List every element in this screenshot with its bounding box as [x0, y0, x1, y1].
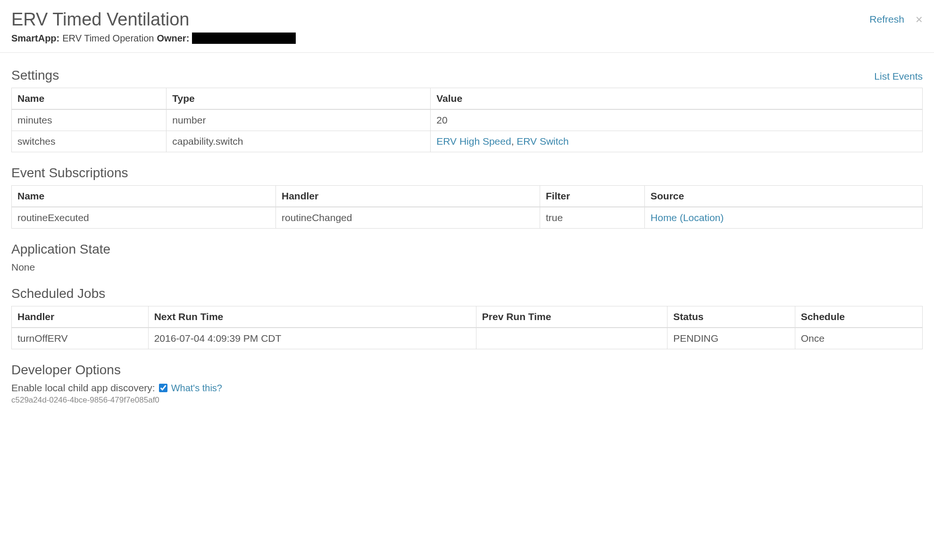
settings-heading: Settings — [11, 68, 59, 83]
switch-link[interactable]: ERV High Speed — [436, 136, 511, 147]
jobs-table: Handler Next Run Time Prev Run Time Stat… — [11, 306, 923, 349]
cell-name: minutes — [12, 109, 167, 131]
owner-label: Owner: — [157, 33, 189, 44]
col-next: Next Run Time — [148, 306, 476, 328]
page-header: ERV Timed Ventilation SmartApp: ERV Time… — [0, 0, 934, 53]
smartapp-label: SmartApp: — [11, 33, 59, 44]
table-header-row: Handler Next Run Time Prev Run Time Stat… — [12, 306, 923, 328]
subscriptions-heading: Event Subscriptions — [11, 165, 128, 181]
app-uuid: c529a24d-0246-4bce-9856-479f7e085af0 — [11, 395, 923, 405]
refresh-link[interactable]: Refresh — [869, 14, 904, 25]
cell-name: routineExecuted — [12, 207, 276, 229]
subscriptions-table: Name Handler Filter Source routineExecut… — [11, 185, 923, 229]
cell-name: switches — [12, 131, 167, 152]
col-type: Type — [167, 88, 431, 110]
list-events-link[interactable]: List Events — [874, 71, 923, 82]
col-value: Value — [431, 88, 923, 110]
jobs-heading: Scheduled Jobs — [11, 286, 105, 301]
col-schedule: Schedule — [795, 306, 922, 328]
cell-prev — [476, 328, 667, 349]
content: Settings List Events Name Type Value min… — [0, 53, 934, 419]
cell-schedule: Once — [795, 328, 922, 349]
header-meta: SmartApp: ERV Timed Operation Owner: — [11, 33, 296, 44]
col-source: Source — [645, 186, 923, 207]
col-name: Name — [12, 88, 167, 110]
cell-filter: true — [540, 207, 644, 229]
source-link[interactable]: Home (Location) — [650, 212, 724, 223]
cell-type: capability.switch — [167, 131, 431, 152]
cell-source: Home (Location) — [645, 207, 923, 229]
cell-value-links: ERV High Speed, ERV Switch — [431, 131, 923, 152]
subscriptions-section-header: Event Subscriptions — [11, 165, 923, 181]
jobs-section-header: Scheduled Jobs — [11, 286, 923, 301]
cell-next: 2016-07-04 4:09:39 PM CDT — [148, 328, 476, 349]
table-row: minutes number 20 — [12, 109, 923, 131]
enable-local-child-checkbox[interactable] — [159, 384, 167, 392]
col-handler: Handler — [12, 306, 149, 328]
page-title: ERV Timed Ventilation — [11, 9, 296, 30]
cell-status: PENDING — [667, 328, 795, 349]
col-handler: Handler — [275, 186, 540, 207]
smartapp-value: ERV Timed Operation — [62, 33, 154, 44]
owner-redacted — [192, 33, 296, 44]
cell-handler: routineChanged — [275, 207, 540, 229]
table-header-row: Name Type Value — [12, 88, 923, 110]
header-left: ERV Timed Ventilation SmartApp: ERV Time… — [11, 9, 296, 44]
col-name: Name — [12, 186, 276, 207]
cell-type: number — [167, 109, 431, 131]
cell-handler: turnOffERV — [12, 328, 149, 349]
dev-enable-label: Enable local child app discovery: — [11, 382, 155, 394]
table-row: routineExecuted routineChanged true Home… — [12, 207, 923, 229]
col-status: Status — [667, 306, 795, 328]
settings-section-header: Settings List Events — [11, 68, 923, 83]
col-prev: Prev Run Time — [476, 306, 667, 328]
close-icon[interactable]: × — [916, 13, 923, 25]
col-filter: Filter — [540, 186, 644, 207]
header-right: Refresh × — [869, 9, 923, 25]
dev-enable-line: Enable local child app discovery: What's… — [11, 382, 923, 394]
settings-table: Name Type Value minutes number 20 switch… — [11, 88, 923, 152]
dev-heading: Developer Options — [11, 362, 121, 378]
dev-section-header: Developer Options — [11, 362, 923, 378]
cell-value: 20 — [431, 109, 923, 131]
app-state-heading: Application State — [11, 242, 110, 257]
table-header-row: Name Handler Filter Source — [12, 186, 923, 207]
app-state-section-header: Application State — [11, 242, 923, 257]
table-row: switches capability.switch ERV High Spee… — [12, 131, 923, 152]
switch-link[interactable]: ERV Switch — [517, 136, 569, 147]
app-state-value: None — [11, 262, 923, 273]
whats-this-link[interactable]: What's this? — [171, 383, 222, 394]
table-row: turnOffERV 2016-07-04 4:09:39 PM CDT PEN… — [12, 328, 923, 349]
